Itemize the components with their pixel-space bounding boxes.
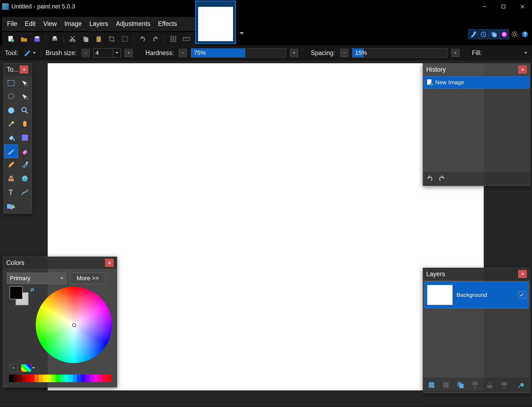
close-button[interactable] (513, 0, 532, 13)
palette-swatch[interactable] (90, 375, 94, 382)
layer-visibility-checkbox[interactable]: ✓ (518, 291, 526, 299)
palette-swatch[interactable] (85, 375, 90, 382)
clone-stamp-tool[interactable] (5, 172, 18, 185)
history-redo[interactable] (438, 175, 446, 182)
layer-item[interactable]: Background ✓ (425, 282, 528, 308)
menu-file[interactable]: File (3, 19, 21, 29)
merge-down-button[interactable] (469, 379, 481, 391)
zoom-tool[interactable] (18, 104, 31, 117)
colors-panel-title[interactable]: Colors ✕ (3, 257, 117, 269)
pan-tool[interactable] (18, 117, 31, 131)
palette-swatch[interactable] (39, 375, 43, 382)
primary-color-swatch[interactable] (10, 286, 23, 299)
palette-swatch[interactable] (77, 375, 81, 382)
color-wheel-cursor[interactable] (72, 323, 76, 327)
color-picker-tool[interactable] (18, 158, 31, 171)
menu-adjustments[interactable]: Adjustments (112, 19, 154, 29)
open-file-button[interactable] (19, 34, 29, 44)
paintbrush-tool[interactable] (5, 145, 18, 158)
palette-swatch[interactable] (98, 375, 102, 382)
save-file-button[interactable] (32, 34, 43, 44)
print-button[interactable] (49, 34, 60, 44)
duplicate-layer-button[interactable] (455, 379, 467, 391)
magic-wand-tool[interactable] (5, 117, 18, 131)
grid-button[interactable] (168, 34, 179, 44)
spacing-increase[interactable]: + (451, 49, 460, 57)
shapes-tool[interactable] (5, 199, 18, 212)
spacing-decrease[interactable]: − (340, 49, 348, 57)
add-layer-button[interactable]: + (426, 379, 437, 391)
hardness-increase[interactable]: + (290, 49, 298, 57)
brush-increase[interactable]: + (125, 49, 133, 57)
move-layer-up-button[interactable] (484, 379, 495, 391)
palette-swatch[interactable] (68, 375, 73, 382)
pencil-tool[interactable] (5, 158, 18, 171)
document-thumbnail[interactable] (195, 1, 236, 44)
move-layer-down-button[interactable] (498, 379, 510, 391)
ellipse-select-tool[interactable] (5, 104, 18, 117)
eraser-tool[interactable] (18, 145, 31, 158)
brush-size-input[interactable] (93, 48, 113, 58)
paint-bucket-tool[interactable] (5, 131, 18, 144)
palette-swatch[interactable] (94, 375, 98, 382)
history-panel-close[interactable]: ✕ (518, 65, 527, 74)
brush-decrease[interactable]: − (81, 49, 90, 57)
undo-button[interactable] (137, 34, 148, 44)
palette-swatch[interactable] (34, 375, 39, 382)
paste-button[interactable] (93, 34, 104, 44)
tools-panel-title[interactable]: To... ✕ (4, 64, 32, 76)
swap-colors-icon[interactable]: ⇄ (30, 287, 34, 293)
palette-swatch[interactable] (60, 375, 64, 382)
menu-layers[interactable]: Layers (86, 19, 112, 29)
palette-swatch[interactable] (64, 375, 69, 382)
spacing-slider[interactable]: 15% (352, 48, 448, 58)
color-palette[interactable] (9, 375, 111, 382)
colors-panel-close[interactable]: ✕ (105, 259, 114, 267)
ruler-button[interactable] (181, 34, 192, 44)
brush-size-dropdown[interactable] (113, 48, 121, 58)
palette-swatch[interactable] (9, 375, 13, 382)
gradient-tool[interactable] (18, 131, 31, 144)
maximize-button[interactable] (494, 0, 513, 13)
palette-swatch[interactable] (43, 375, 47, 382)
lasso-select-tool[interactable] (5, 90, 18, 103)
palette-swatch[interactable] (26, 375, 30, 382)
copy-button[interactable] (80, 34, 91, 44)
deselect-button[interactable] (119, 34, 130, 44)
text-tool[interactable]: T (5, 186, 18, 199)
move-selected-pixels-tool[interactable]: + (18, 90, 31, 103)
tools-panel-close[interactable]: ✕ (20, 65, 28, 74)
palette-swatch[interactable] (13, 375, 18, 382)
crop-button[interactable] (106, 34, 117, 44)
rectangle-select-tool[interactable] (5, 77, 18, 90)
color-wheel[interactable] (36, 287, 112, 363)
hardness-slider[interactable]: 75% (191, 48, 286, 58)
history-item[interactable]: New Image (424, 76, 530, 89)
palette-swatch[interactable] (17, 375, 22, 382)
colors-more-button[interactable]: More >> (70, 273, 105, 284)
menu-image[interactable]: Image (61, 19, 86, 29)
hardness-decrease[interactable]: − (179, 49, 187, 57)
new-file-button[interactable]: + (5, 34, 16, 44)
palette-swatch[interactable] (30, 375, 35, 382)
thumbnail-menu-icon[interactable] (239, 30, 245, 36)
palette-swatch[interactable] (22, 375, 26, 382)
delete-layer-button[interactable]: × (440, 379, 452, 391)
minimize-button[interactable] (475, 0, 494, 13)
palette-swatch[interactable] (102, 375, 107, 382)
add-color-button[interactable]: + (10, 364, 17, 372)
palette-swatch[interactable] (56, 375, 60, 382)
palette-swatch[interactable] (73, 375, 77, 382)
menu-edit[interactable]: Edit (21, 19, 40, 29)
palette-menu-button[interactable] (21, 364, 31, 372)
layer-properties-button[interactable] (516, 379, 527, 391)
history-undo[interactable] (426, 175, 434, 182)
layers-window-toggle[interactable] (489, 29, 499, 39)
history-window-toggle[interactable] (479, 29, 488, 39)
settings-icon[interactable] (510, 29, 519, 39)
palette-swatch[interactable] (52, 375, 56, 382)
move-selection-tool[interactable]: + (18, 77, 31, 90)
redo-button[interactable] (150, 34, 161, 44)
options-overflow[interactable] (524, 52, 527, 54)
menu-view[interactable]: View (40, 19, 61, 29)
